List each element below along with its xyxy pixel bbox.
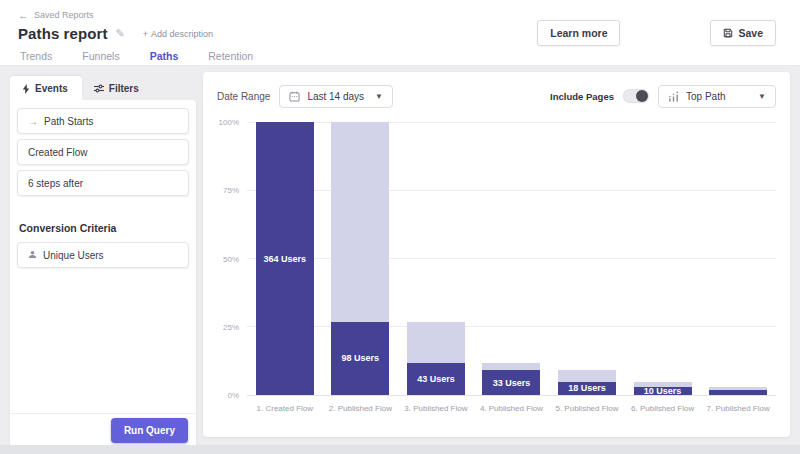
bar-slot: 10 Users6. Published Flow [634, 122, 692, 395]
bar-slot: 364 Users1. Created Flow [256, 122, 314, 395]
x-axis-label: 4. Published Flow [480, 404, 543, 413]
y-tick-label: 0% [227, 391, 239, 400]
date-range-value: Last 14 days [307, 91, 364, 102]
sidebar-tab-events[interactable]: Events [10, 76, 82, 100]
chart-card: Date Range Last 14 days ▼ Include Pages [203, 72, 790, 437]
y-axis: 100%75%50%25%0% [217, 122, 247, 395]
bar-slot: 43 Users3. Published Flow [407, 122, 465, 395]
conversion-criteria-label: Conversion Criteria [19, 222, 187, 234]
add-description-button[interactable]: +Add description [143, 29, 213, 39]
bar-slot: 98 Users2. Published Flow [331, 122, 389, 395]
bar-slot: 18 Users5. Published Flow [558, 122, 616, 395]
date-range-dropdown[interactable]: Last 14 days ▼ [279, 85, 393, 108]
x-axis-label: 5. Published Flow [555, 404, 618, 413]
x-axis-label: 7. Published Flow [707, 404, 770, 413]
event-card-steps-after[interactable]: 6 steps after [17, 170, 189, 196]
y-tick-label: 100% [219, 118, 239, 127]
x-axis-label: 2. Published Flow [329, 404, 392, 413]
bar-value-label: 33 Users [493, 378, 531, 388]
bar-chart-icon [668, 91, 679, 102]
chevron-down-icon: ▼ [375, 92, 383, 101]
calendar-icon [289, 91, 300, 102]
bar-value-label: 10 Users [644, 386, 682, 396]
sidebar-footer: Run Query [10, 413, 196, 447]
run-query-button[interactable]: Run Query [111, 418, 188, 443]
sidebar-tab-filters[interactable]: Filters [82, 76, 153, 100]
content-area: Events Filters → Path Starts Created Flo… [0, 66, 800, 454]
include-pages-toggle[interactable] [623, 89, 649, 103]
breadcrumb-label[interactable]: Saved Reports [34, 10, 94, 20]
x-axis-label: 3. Published Flow [404, 404, 467, 413]
bar-value-label: 364 Users [264, 254, 307, 264]
app-header: ← Saved Reports Paths report ✎ +Add desc… [0, 0, 800, 66]
path-mode-value: Top Path [686, 91, 725, 102]
bars-row: 364 Users1. Created Flow98 Users2. Publi… [247, 122, 776, 395]
plus-icon: + [143, 29, 148, 39]
include-pages-label: Include Pages [550, 91, 614, 102]
y-tick-label: 25% [223, 322, 239, 331]
bar-slot: 7. Published Flow [709, 122, 767, 395]
query-sidebar: Events Filters → Path Starts Created Flo… [10, 76, 196, 447]
breadcrumb[interactable]: ← Saved Reports [0, 0, 800, 21]
bar-value-label: 43 Users [417, 374, 455, 384]
arrow-right-icon: → [28, 116, 38, 127]
events-panel: → Path Starts Created Flow 6 steps after… [10, 100, 196, 447]
bottom-strip [0, 445, 800, 454]
chevron-down-icon: ▼ [758, 92, 766, 101]
y-tick-label: 50% [223, 254, 239, 263]
date-range-label: Date Range [217, 91, 270, 102]
lightning-icon [22, 84, 30, 94]
bar-slot: 33 Users4. Published Flow [482, 122, 540, 395]
user-icon [28, 250, 37, 261]
event-card-created-flow[interactable]: Created Flow [17, 139, 189, 165]
x-axis-label: 1. Created Flow [257, 404, 313, 413]
toggle-knob [636, 90, 648, 102]
save-button[interactable]: Save [710, 20, 776, 46]
conversion-criteria-selector[interactable]: Unique Users [17, 242, 189, 268]
edit-title-icon[interactable]: ✎ [116, 27, 125, 40]
learn-more-button[interactable]: Learn more [537, 20, 620, 46]
y-tick-label: 75% [223, 186, 239, 195]
page-title: Paths report [18, 25, 108, 42]
bar-value-label: 98 Users [342, 353, 380, 363]
bar-value-label: 18 Users [568, 383, 606, 393]
bar-converted-segment[interactable] [709, 390, 767, 395]
filters-icon [94, 84, 104, 93]
chart-toolbar: Date Range Last 14 days ▼ Include Pages [217, 82, 776, 110]
paths-chart: 100%75%50%25%0% 364 Users1. Created Flow… [217, 122, 776, 395]
back-arrow-icon[interactable]: ← [18, 9, 29, 21]
event-card-path-starts[interactable]: → Path Starts [17, 108, 189, 134]
plot-area: 364 Users1. Created Flow98 Users2. Publi… [247, 122, 776, 395]
x-axis-label: 6. Published Flow [631, 404, 694, 413]
save-icon [723, 28, 733, 38]
path-mode-dropdown[interactable]: Top Path ▼ [658, 85, 776, 108]
